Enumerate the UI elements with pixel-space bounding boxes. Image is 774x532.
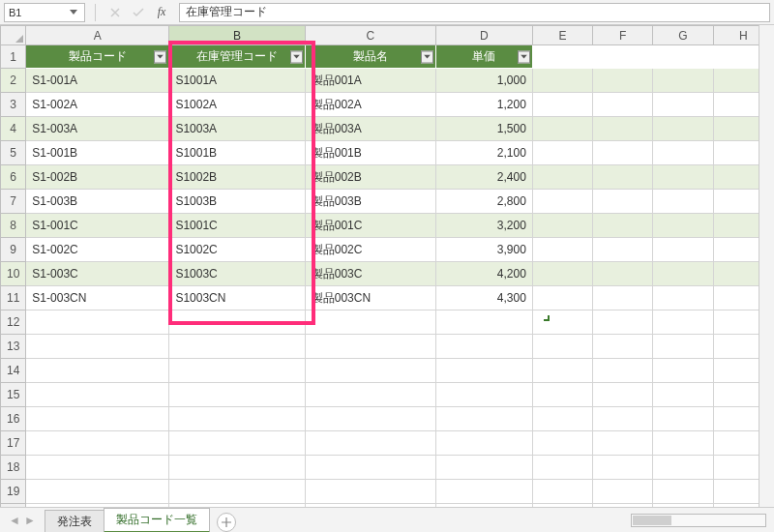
cell[interactable] [532,335,592,359]
cell[interactable] [169,431,305,456]
cell[interactable] [169,456,305,480]
table-cell[interactable]: 製品001C [305,214,435,238]
horizontal-scrollbar[interactable] [631,514,766,527]
cell[interactable] [305,383,435,407]
table-cell[interactable]: 製品002A [305,93,435,117]
name-box[interactable]: B1 [4,3,85,22]
nav-prev-icon[interactable]: ◄ [8,514,21,527]
row-header[interactable]: 10 [1,262,26,286]
cell[interactable] [26,335,169,359]
cell[interactable] [593,141,653,165]
row-header[interactable]: 14 [1,359,26,383]
cell[interactable] [532,359,592,383]
cell[interactable] [593,383,653,407]
sheet-tab-active[interactable]: 製品コード一覧 [104,508,210,532]
table-cell[interactable]: 製品002C [305,238,435,262]
cell[interactable] [532,141,592,165]
cell[interactable] [593,190,653,214]
cell[interactable] [653,456,713,480]
column-header[interactable]: D [436,26,533,45]
table-header-cell[interactable]: 製品名 [305,45,435,69]
cell[interactable] [593,407,653,431]
row-header[interactable]: 2 [1,69,26,93]
column-header[interactable]: F [593,26,653,45]
cell[interactable] [593,45,653,69]
formula-input[interactable]: 在庫管理コード [179,3,770,22]
cell[interactable] [26,431,169,456]
cell[interactable] [593,262,653,286]
row-header[interactable]: 13 [1,335,26,359]
table-cell[interactable]: 2,800 [436,190,533,214]
table-cell[interactable]: S1-001C [26,214,169,238]
table-cell[interactable]: 2,400 [436,165,533,190]
row-header[interactable]: 9 [1,238,26,262]
cell[interactable] [653,117,713,141]
row-header[interactable]: 6 [1,165,26,190]
cell[interactable] [653,335,713,359]
table-resize-handle[interactable] [544,315,550,321]
filter-dropdown-icon[interactable] [290,50,303,63]
row-header[interactable]: 7 [1,190,26,214]
table-cell[interactable]: 製品001B [305,141,435,165]
row-header[interactable]: 11 [1,286,26,310]
cell[interactable] [532,262,592,286]
cell[interactable] [653,238,713,262]
table-cell[interactable]: 3,900 [436,238,533,262]
filter-dropdown-icon[interactable] [518,50,530,63]
cell[interactable] [169,359,305,383]
cell[interactable] [26,359,169,383]
cell[interactable] [436,407,533,431]
cell[interactable] [26,456,169,480]
cell[interactable] [593,431,653,456]
sheet-tab-inactive[interactable]: 発注表 [45,510,104,532]
table-cell[interactable]: S1-002B [26,165,169,190]
spreadsheet-grid[interactable]: ABCDEFGH 1製品コード在庫管理コード製品名単価2S1-001AS1001… [0,25,774,507]
cell[interactable] [593,335,653,359]
cell[interactable] [305,407,435,431]
cell[interactable] [169,480,305,504]
table-header-cell[interactable]: 在庫管理コード [169,45,305,69]
table-cell[interactable]: S1-003C [26,262,169,286]
cell[interactable] [436,335,533,359]
table-cell[interactable]: S1002B [169,165,305,190]
cell[interactable] [436,310,533,335]
cell[interactable] [593,310,653,335]
table-cell[interactable]: 製品003B [305,190,435,214]
cell[interactable] [653,359,713,383]
cell[interactable] [305,359,435,383]
sheet-nav[interactable]: ◄ ► [0,514,45,527]
filter-dropdown-icon[interactable] [154,50,166,63]
column-header[interactable]: C [305,26,435,45]
cell[interactable] [305,431,435,456]
cell[interactable] [532,456,592,480]
table-cell[interactable]: 4,200 [436,262,533,286]
cell[interactable] [593,238,653,262]
fx-icon[interactable]: fx [152,3,171,22]
cell[interactable] [169,407,305,431]
column-header[interactable]: B [169,26,305,45]
cell[interactable] [26,383,169,407]
column-header[interactable]: G [653,26,713,45]
cell[interactable] [593,165,653,190]
nav-next-icon[interactable]: ► [23,514,37,527]
table-cell[interactable]: S1-003A [26,117,169,141]
scrollbar-thumb[interactable] [633,516,671,525]
cell[interactable] [532,383,592,407]
cell[interactable] [593,69,653,93]
cell[interactable] [436,480,533,504]
table-header-cell[interactable]: 製品コード [26,45,169,69]
table-cell[interactable]: S1002C [169,238,305,262]
cell[interactable] [653,141,713,165]
row-header[interactable]: 15 [1,383,26,407]
cell[interactable] [653,407,713,431]
cell[interactable] [593,286,653,310]
cell[interactable] [532,93,592,117]
cell[interactable] [653,69,713,93]
table-cell[interactable]: S1002A [169,93,305,117]
table-cell[interactable]: S1001C [169,214,305,238]
row-header[interactable]: 12 [1,310,26,335]
table-cell[interactable]: 3,200 [436,214,533,238]
cell[interactable] [653,165,713,190]
column-header[interactable]: E [532,26,592,45]
cell[interactable] [436,359,533,383]
